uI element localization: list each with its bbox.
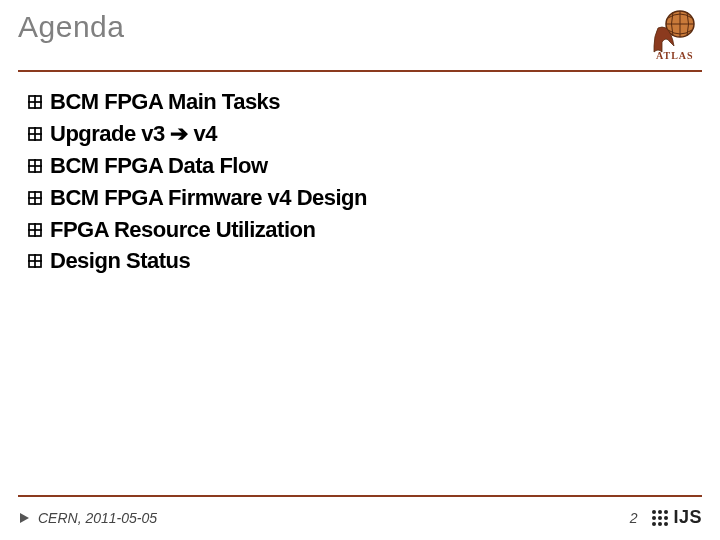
list-item: Design Status — [28, 245, 692, 277]
slide-title: Agenda — [18, 10, 124, 44]
svg-point-23 — [664, 510, 668, 514]
svg-point-29 — [664, 522, 668, 526]
svg-point-24 — [652, 516, 656, 520]
svg-marker-20 — [20, 513, 29, 523]
svg-point-28 — [658, 522, 662, 526]
list-item-label: BCM FPGA Data Flow — [50, 150, 268, 182]
list-item: BCM FPGA Main Tasks — [28, 86, 692, 118]
list-item-label: BCM FPGA Firmware v4 Design — [50, 182, 367, 214]
bullet-icon — [28, 127, 42, 141]
list-item: FPGA Resource Utilization — [28, 214, 692, 246]
bullet-icon — [28, 254, 42, 268]
bullet-icon — [28, 95, 42, 109]
svg-point-27 — [652, 522, 656, 526]
footer-location-date: CERN, 2011-05-05 — [38, 510, 157, 526]
bullet-icon — [28, 191, 42, 205]
svg-point-21 — [652, 510, 656, 514]
slide-header: Agenda ATLAS — [0, 0, 720, 64]
list-item: BCM FPGA Firmware v4 Design — [28, 182, 692, 214]
footer-divider — [18, 495, 702, 497]
list-item: BCM FPGA Data Flow — [28, 150, 692, 182]
list-item-label: FPGA Resource Utilization — [50, 214, 315, 246]
svg-point-25 — [658, 516, 662, 520]
svg-text:ATLAS: ATLAS — [656, 50, 694, 60]
list-item-label: BCM FPGA Main Tasks — [50, 86, 280, 118]
bullet-icon — [28, 223, 42, 237]
play-icon — [18, 512, 30, 524]
page-number: 2 — [630, 510, 638, 526]
bullet-icon — [28, 159, 42, 173]
list-item-label: Design Status — [50, 245, 190, 277]
slide-footer: CERN, 2011-05-05 2 IJS — [0, 495, 720, 540]
list-item-label: Upgrade v3 ➔ v4 — [50, 118, 217, 150]
list-item: Upgrade v3 ➔ v4 — [28, 118, 692, 150]
atlas-logo-icon: ATLAS — [640, 10, 702, 64]
svg-point-26 — [664, 516, 668, 520]
ijs-logo-icon: IJS — [651, 507, 702, 528]
ijs-logo-text: IJS — [673, 507, 702, 528]
svg-point-22 — [658, 510, 662, 514]
agenda-list: BCM FPGA Main Tasks Upgrade v3 ➔ v4 BCM … — [0, 72, 720, 277]
